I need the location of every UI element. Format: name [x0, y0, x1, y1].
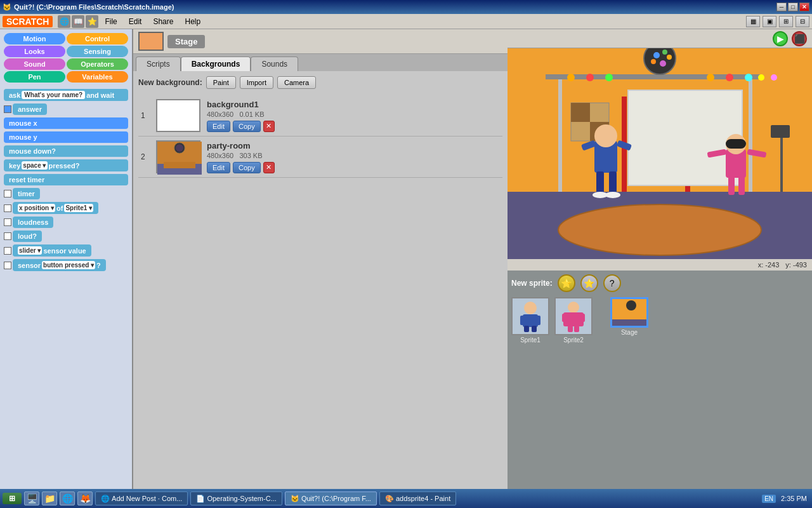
backgrounds-content: New background: Paint Import Camera 1 ba… — [133, 71, 508, 489]
taskbar-task-2[interactable]: 📄 Operating-System-C... — [190, 491, 282, 505]
bg2-edit-button[interactable]: Edit — [207, 162, 230, 173]
sensor-checkbox[interactable] — [4, 262, 11, 269]
svg-point-12 — [586, 74, 594, 81]
x-coord: x: -243 — [758, 261, 780, 269]
svg-point-20 — [653, 52, 660, 58]
svg-rect-37 — [596, 171, 604, 194]
block-mouse-down[interactable]: mouse down? — [4, 145, 128, 157]
bg2-delete-button[interactable]: ✕ — [263, 162, 275, 173]
block-mouse-x[interactable]: mouse x — [4, 117, 128, 129]
view-btn-4[interactable]: ⊟ — [796, 16, 809, 27]
new-sprite-random-button[interactable]: ? — [603, 274, 621, 292]
xpos-checkbox[interactable] — [4, 204, 11, 212]
cat-operators[interactable]: Operators — [67, 58, 128, 70]
menu-edit[interactable]: Edit — [124, 16, 147, 27]
taskbar-task-1[interactable]: 🌐 Add New Post · Com... — [95, 491, 188, 505]
cat-motion[interactable]: Motion — [4, 33, 65, 44]
cat-control[interactable]: Control — [67, 33, 128, 44]
lang-indicator: EN — [762, 495, 776, 503]
start-button[interactable]: ⊞ — [3, 493, 22, 504]
cat-variables[interactable]: Variables — [67, 71, 128, 83]
answer-checkbox[interactable] — [4, 105, 11, 113]
loud-checkbox[interactable] — [4, 232, 11, 240]
taskbar-task-4[interactable]: 🎨 addsprite4 - Paint — [379, 491, 456, 505]
book-icon[interactable]: 📖 — [72, 15, 84, 28]
svg-rect-9 — [749, 77, 752, 192]
tab-scripts[interactable]: Scripts — [136, 57, 181, 71]
block-reset-timer[interactable]: reset timer — [4, 174, 128, 185]
timer-checkbox[interactable] — [4, 190, 11, 197]
bg2-copy-button[interactable]: Copy — [233, 162, 261, 173]
taskbar-icon-2[interactable]: 📁 — [42, 491, 57, 505]
stage-sprite-item[interactable]: Stage — [610, 297, 648, 344]
globe-icon[interactable]: 🌐 — [58, 15, 70, 28]
svg-rect-46 — [728, 176, 735, 195]
block-slider[interactable]: slider ▾ sensor value — [13, 244, 91, 257]
camera-button[interactable]: Camera — [277, 76, 316, 89]
block-ask[interactable]: ask What's your name? and wait — [4, 89, 128, 101]
block-answer[interactable]: answer — [13, 104, 47, 115]
bg1-delete-button[interactable]: ✕ — [263, 121, 275, 132]
stop-button[interactable]: ⬛ — [792, 31, 807, 46]
tabs-bar: Scripts Backgrounds Sounds — [133, 54, 508, 71]
left-panel: Motion Control Looks Sensing Sound Opera… — [0, 29, 133, 489]
new-sprite-star-button[interactable]: ⭐ — [558, 274, 575, 292]
cat-looks[interactable]: Looks — [4, 46, 65, 57]
svg-point-21 — [662, 50, 667, 55]
view-btn-1[interactable]: ▦ — [746, 16, 760, 27]
new-sprite-paint-button[interactable]: ⭐ — [580, 274, 598, 292]
svg-point-24 — [667, 55, 672, 60]
svg-point-40 — [605, 192, 620, 198]
taskbar-task-3[interactable]: 🐱 Quit?! (C:\Program F... — [285, 491, 377, 505]
maximize-button[interactable]: □ — [788, 3, 798, 11]
green-flag-button[interactable]: ▶ — [773, 31, 788, 46]
block-loudness[interactable]: loudness — [13, 217, 53, 228]
tab-sounds[interactable]: Sounds — [251, 57, 298, 71]
cat-sound[interactable]: Sound — [4, 58, 65, 70]
paint-button[interactable]: Paint — [206, 76, 236, 89]
block-mouse-y[interactable]: mouse y — [4, 131, 128, 143]
loudness-checkbox[interactable] — [4, 218, 11, 226]
bg1-copy-button[interactable]: Copy — [233, 121, 261, 132]
slider-checkbox[interactable] — [4, 247, 11, 255]
bg-name-2: party-room — [207, 141, 500, 150]
stage-label: Stage — [167, 35, 205, 48]
import-button[interactable]: Import — [240, 76, 273, 89]
block-xpos[interactable]: x position ▾ of Sprite1 ▾ — [13, 202, 98, 214]
svg-point-54 — [568, 302, 579, 313]
menu-file[interactable]: File — [100, 16, 122, 27]
view-btn-2[interactable]: ▣ — [763, 16, 776, 27]
svg-rect-59 — [574, 326, 579, 332]
block-sensor[interactable]: sensor button pressed ▾ ? — [13, 259, 106, 271]
star-icon[interactable]: ⭐ — [86, 15, 98, 28]
background-item-2: 2 party-room 480x360 303 KB — [138, 137, 502, 178]
taskbar-icon-4[interactable]: 🦊 — [77, 491, 93, 505]
taskbar-icon-3[interactable]: 🌐 — [60, 491, 75, 505]
taskbar-icon-1[interactable]: 🖥️ — [24, 491, 39, 505]
svg-point-11 — [567, 74, 575, 81]
close-button[interactable]: ✕ — [799, 3, 809, 11]
view-btn-3[interactable]: ⊞ — [779, 16, 793, 27]
cat-pen[interactable]: Pen — [4, 71, 65, 83]
bg-preview-2 — [156, 140, 200, 173]
block-key-pressed[interactable]: key space ▾ pressed? — [4, 159, 128, 171]
svg-point-18 — [771, 74, 777, 81]
svg-point-34 — [594, 124, 617, 147]
bg-size-2: 480x360 303 KB — [207, 152, 500, 159]
menu-bar: SCRATCH 🌐 📖 ⭐ File Edit Share Help ▦ ▣ ⊞… — [0, 14, 812, 29]
tab-backgrounds[interactable]: Backgrounds — [181, 57, 251, 71]
bg1-edit-button[interactable]: Edit — [207, 121, 230, 132]
background-item-1: 1 background1 480x360 0.01 KB Edit Copy … — [138, 95, 502, 137]
block-categories: Motion Control Looks Sensing Sound Opera… — [0, 29, 132, 86]
menu-help[interactable]: Help — [180, 16, 206, 27]
block-loud[interactable]: loud? — [13, 231, 42, 242]
block-timer[interactable]: timer — [13, 188, 40, 199]
new-bg-bar: New background: Paint Import Camera — [138, 76, 502, 89]
cat-sensing[interactable]: Sensing — [67, 46, 128, 57]
sprite-item-1[interactable]: Sprite1 — [511, 297, 549, 344]
menu-share[interactable]: Share — [148, 16, 178, 27]
y-coord: y: -493 — [785, 261, 807, 269]
svg-rect-50 — [520, 316, 525, 325]
sprite-item-2[interactable]: Sprite2 — [554, 297, 593, 344]
minimize-button[interactable]: ─ — [776, 3, 787, 11]
